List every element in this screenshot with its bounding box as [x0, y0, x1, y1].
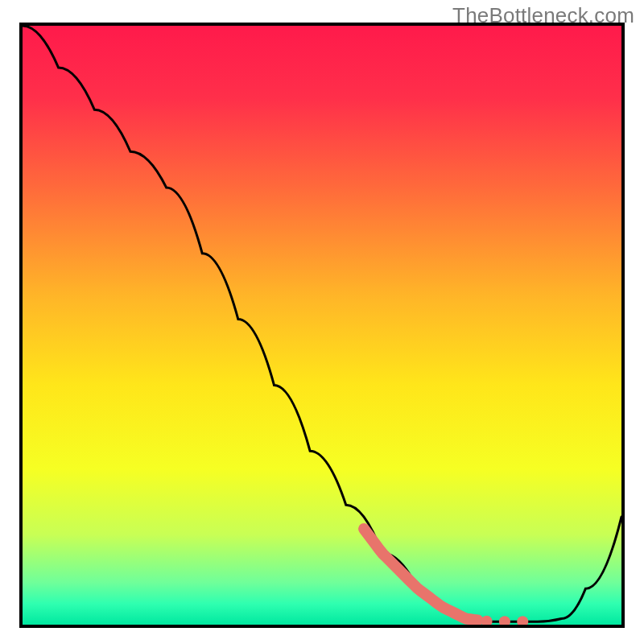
chart-background-gradient [23, 26, 621, 625]
chart-frame [19, 23, 625, 628]
watermark-text: TheBottleneck.com [452, 3, 634, 28]
bottleneck-chart [23, 26, 621, 625]
